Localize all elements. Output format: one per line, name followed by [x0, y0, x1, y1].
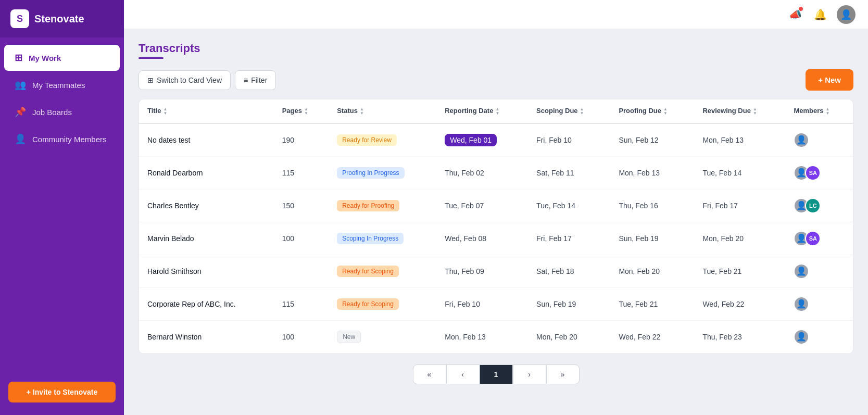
- cell-reviewing-1: Tue, Feb 14: [694, 156, 785, 189]
- member-avatar-6-0: 👤: [794, 329, 809, 345]
- sidebar: S Stenovate ⊞My Work👥My Teammates📌Job Bo…: [0, 0, 124, 415]
- member-avatar-5-0: 👤: [794, 296, 809, 312]
- cell-members-0: 👤: [785, 123, 853, 157]
- cell-title-0: No dates test: [139, 123, 274, 157]
- cell-title-3: Marvin Belado: [139, 222, 274, 255]
- cell-proofing-3: Sun, Feb 19: [610, 222, 694, 255]
- cell-pages-5: 115: [274, 287, 329, 320]
- status-badge-0: Ready for Review: [337, 134, 397, 146]
- status-badge-2: Ready for Proofing: [337, 200, 399, 211]
- card-view-label: Switch to Card View: [157, 76, 222, 84]
- cell-reviewing-4: Tue, Feb 21: [694, 255, 785, 287]
- main-area: 📣 🔔 👤 Transcripts ⊞ Switch to Card View …: [124, 0, 868, 415]
- cell-reviewing-6: Thu, Feb 23: [694, 320, 785, 353]
- toolbar-left: ⊞ Switch to Card View ≡ Filter: [139, 70, 276, 90]
- pagination-prev[interactable]: ‹: [446, 364, 480, 384]
- cell-scoping-3: Fri, Feb 17: [528, 222, 610, 255]
- cell-members-1: 👤SA: [785, 156, 853, 189]
- logo-area[interactable]: S Stenovate: [0, 0, 124, 37]
- pagination-next[interactable]: ›: [513, 364, 546, 384]
- pagination: « ‹ 1 › »: [139, 364, 853, 384]
- pagination-last[interactable]: »: [546, 364, 580, 384]
- cell-title-1: Ronald Dearborn: [139, 156, 274, 189]
- cell-status-0: Ready for Review: [329, 123, 436, 157]
- nav-icon-community-members: 👤: [15, 133, 26, 145]
- user-avatar[interactable]: 👤: [837, 5, 856, 24]
- invite-button[interactable]: + Invite to Stenovate: [8, 382, 116, 403]
- table-body: No dates test190Ready for ReviewWed, Feb…: [139, 123, 853, 354]
- table-row[interactable]: Bernard Winston100NewMon, Feb 13Mon, Feb…: [139, 320, 853, 353]
- cell-proofing-5: Tue, Feb 21: [610, 287, 694, 320]
- cell-status-5: Ready for Scoping: [329, 287, 436, 320]
- nav-icon-my-teammates: 👥: [15, 79, 26, 91]
- status-badge-1: Proofing In Progress: [337, 167, 404, 179]
- cell-proofing-1: Mon, Feb 13: [610, 156, 694, 189]
- status-badge-3: Scoping In Progress: [337, 233, 404, 244]
- cell-pages-1: 115: [274, 156, 329, 189]
- cell-title-6: Bernard Winston: [139, 320, 274, 353]
- col-header-status[interactable]: Status▲▼: [329, 99, 436, 123]
- table-row[interactable]: Ronald Dearborn115Proofing In ProgressTh…: [139, 156, 853, 189]
- table-row[interactable]: Corporate Rep of ABC, Inc.115Ready for S…: [139, 287, 853, 320]
- card-view-button[interactable]: ⊞ Switch to Card View: [139, 70, 231, 90]
- member-avatar-0-0: 👤: [794, 132, 809, 148]
- col-header-reporting_date[interactable]: Reporting Date▲▼: [436, 99, 528, 123]
- topbar: 📣 🔔 👤: [124, 0, 868, 29]
- cell-members-5: 👤: [785, 287, 853, 320]
- cell-scoping-0: Fri, Feb 10: [528, 123, 610, 157]
- content-area: Transcripts ⊞ Switch to Card View ≡ Filt…: [124, 29, 868, 415]
- nav-icon-my-work: ⊞: [15, 52, 22, 64]
- table-row[interactable]: Charles Bentley150Ready for ProofingTue,…: [139, 189, 853, 222]
- col-header-title[interactable]: Title▲▼: [139, 99, 274, 123]
- cell-status-3: Scoping In Progress: [329, 222, 436, 255]
- cell-scoping-4: Sat, Feb 18: [528, 255, 610, 287]
- cell-status-4: Ready for Scoping: [329, 255, 436, 287]
- cell-reviewing-3: Mon, Feb 20: [694, 222, 785, 255]
- cell-scoping-5: Sun, Feb 19: [528, 287, 610, 320]
- nav-items: ⊞My Work👥My Teammates📌Job Boards👤Communi…: [0, 37, 124, 373]
- cell-pages-3: 100: [274, 222, 329, 255]
- cell-reviewing-5: Wed, Feb 22: [694, 287, 785, 320]
- page-title: Transcripts: [139, 42, 853, 55]
- member-avatar-2-1: LC: [805, 198, 821, 213]
- col-header-scoping_due[interactable]: Scoping Due▲▼: [528, 99, 610, 123]
- cell-members-4: 👤: [785, 255, 853, 287]
- cell-pages-4: [274, 255, 329, 287]
- cell-title-5: Corporate Rep of ABC, Inc.: [139, 287, 274, 320]
- cell-members-2: 👤LC: [785, 189, 853, 222]
- sidebar-item-my-work[interactable]: ⊞My Work: [4, 45, 120, 71]
- bell-icon[interactable]: 🔔: [812, 6, 828, 23]
- logo-text: Stenovate: [34, 13, 84, 25]
- member-avatar-1-1: SA: [805, 165, 821, 181]
- cell-proofing-0: Sun, Feb 12: [610, 123, 694, 157]
- cell-reporting-2: Tue, Feb 07: [436, 189, 528, 222]
- sidebar-item-community-members[interactable]: 👤Community Members: [4, 126, 120, 152]
- status-badge-6: New: [337, 331, 361, 343]
- col-header-reviewing_due[interactable]: Reviewing Due▲▼: [694, 99, 785, 123]
- cell-reviewing-2: Fri, Feb 17: [694, 189, 785, 222]
- card-view-icon: ⊞: [147, 76, 154, 84]
- col-header-pages[interactable]: Pages▲▼: [274, 99, 329, 123]
- cell-scoping-2: Tue, Feb 14: [528, 189, 610, 222]
- pagination-first[interactable]: «: [413, 364, 446, 384]
- new-button[interactable]: + New: [806, 69, 853, 91]
- notification-badge: [798, 6, 803, 11]
- cell-pages-2: 150: [274, 189, 329, 222]
- title-underline: [139, 57, 163, 59]
- cell-title-2: Charles Bentley: [139, 189, 274, 222]
- sidebar-item-job-boards[interactable]: 📌Job Boards: [4, 99, 120, 125]
- filter-button[interactable]: ≡ Filter: [235, 70, 276, 90]
- table-row[interactable]: Harold SmithsonReady for ScopingThu, Feb…: [139, 255, 853, 287]
- nav-label-my-teammates: My Teammates: [32, 81, 85, 90]
- announcement-icon[interactable]: 📣: [787, 6, 803, 23]
- table-row[interactable]: No dates test190Ready for ReviewWed, Feb…: [139, 123, 853, 157]
- pagination-current[interactable]: 1: [480, 364, 513, 384]
- col-header-proofing_due[interactable]: Proofing Due▲▼: [610, 99, 694, 123]
- sidebar-item-my-teammates[interactable]: 👥My Teammates: [4, 72, 120, 98]
- member-avatar-3-1: SA: [805, 231, 821, 246]
- nav-label-community-members: Community Members: [32, 135, 107, 144]
- table-row[interactable]: Marvin Belado100Scoping In ProgressWed, …: [139, 222, 853, 255]
- col-header-members[interactable]: Members▲▼: [785, 99, 853, 123]
- transcripts-table: Title▲▼Pages▲▼Status▲▼Reporting Date▲▼Sc…: [139, 99, 853, 354]
- cell-proofing-4: Mon, Feb 20: [610, 255, 694, 287]
